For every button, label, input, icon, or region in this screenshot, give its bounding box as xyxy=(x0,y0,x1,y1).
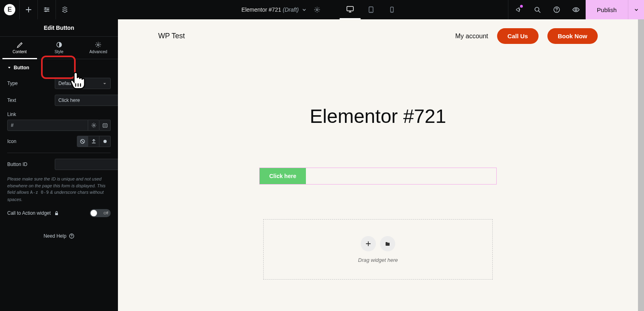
notification-dot xyxy=(520,5,523,8)
drop-zone-text: Drag widget here xyxy=(358,257,398,263)
site-settings-button[interactable] xyxy=(38,0,56,19)
editor-canvas[interactable]: WP Test My account Call Us Book Now Elem… xyxy=(118,19,638,311)
button-id-help: Please make sure the ID is unique and no… xyxy=(7,176,111,203)
section-button-label: Button xyxy=(14,65,29,70)
tab-advanced[interactable]: Advanced xyxy=(78,37,118,59)
add-element-button[interactable] xyxy=(20,0,37,19)
site-nav: My account Call Us Book Now xyxy=(455,28,598,44)
label-icon: Icon xyxy=(7,139,55,144)
toggle-knob xyxy=(91,210,97,216)
svg-point-14 xyxy=(97,44,99,46)
add-section-button[interactable] xyxy=(361,236,376,251)
button-widget-selected[interactable]: Click here xyxy=(259,168,497,185)
svg-point-12 xyxy=(575,9,577,11)
svg-point-6 xyxy=(371,11,372,12)
tablet-view-button[interactable] xyxy=(361,0,382,19)
publish-button[interactable]: Publish xyxy=(586,0,628,19)
label-type: Type xyxy=(7,81,55,86)
link-dynamic-button[interactable] xyxy=(99,120,111,131)
hero-title: Elementor #721 xyxy=(118,105,638,127)
label-button-id: Button ID xyxy=(7,162,55,167)
site-header: WP Test My account Call Us Book Now xyxy=(118,19,638,53)
nav-my-account[interactable]: My account xyxy=(455,33,488,40)
svg-point-1 xyxy=(47,9,49,10)
chevron-down-icon[interactable] xyxy=(302,7,307,12)
svg-point-11 xyxy=(556,11,557,12)
editor-sidebar: Edit Button Content Style Advanced Butto… xyxy=(0,19,118,311)
cta-toggle[interactable]: Off xyxy=(90,209,111,217)
svg-point-3 xyxy=(316,9,318,10)
svg-point-19 xyxy=(103,140,107,143)
site-name: WP Test xyxy=(158,32,185,40)
button-widget-preview[interactable]: Click here xyxy=(260,168,306,184)
canvas-wrap: WP Test My account Call Us Book Now Elem… xyxy=(118,19,644,311)
svg-rect-4 xyxy=(347,6,353,11)
desktop-view-button[interactable] xyxy=(340,0,361,19)
label-link: Link xyxy=(7,112,111,117)
help-button[interactable] xyxy=(547,0,566,19)
svg-point-8 xyxy=(392,11,392,12)
mobile-view-button[interactable] xyxy=(382,0,402,19)
topbar-center: Elementor #721 (Draft) xyxy=(242,0,402,19)
drop-zone[interactable]: Drag widget here xyxy=(263,219,493,280)
button-id-input[interactable] xyxy=(55,159,122,170)
toggle-label: Off xyxy=(103,211,108,215)
controls: Type Default Text Link xyxy=(0,76,118,222)
svg-point-16 xyxy=(93,124,95,126)
label-text: Text xyxy=(7,97,55,103)
topbar: E Elementor #721 (Draft) xyxy=(0,0,644,19)
editor-tabs: Content Style Advanced xyxy=(0,37,118,59)
edit-widget-title: Edit Button xyxy=(0,19,118,37)
link-input[interactable] xyxy=(7,120,88,131)
svg-rect-21 xyxy=(55,213,58,215)
icon-none-button[interactable] xyxy=(77,136,88,147)
svg-point-2 xyxy=(45,10,47,12)
icon-choices xyxy=(77,136,111,147)
link-options-button[interactable] xyxy=(88,120,99,131)
topbar-left: E xyxy=(0,0,74,19)
elementor-logo-icon: E xyxy=(4,4,15,15)
topbar-right: Publish xyxy=(508,0,644,19)
template-library-button[interactable] xyxy=(380,236,395,251)
preview-button[interactable] xyxy=(566,0,586,19)
label-cta: Call to Action widget xyxy=(7,210,51,216)
tab-content-label: Content xyxy=(12,50,27,54)
need-help-link[interactable]: Need Help xyxy=(0,222,118,250)
tab-content[interactable]: Content xyxy=(0,37,39,59)
section-button-toggle[interactable]: Button xyxy=(0,59,118,76)
icon-upload-button[interactable] xyxy=(88,136,99,147)
finder-button[interactable] xyxy=(528,0,547,19)
lock-icon xyxy=(54,211,59,216)
structure-button[interactable] xyxy=(56,0,74,19)
svg-point-0 xyxy=(45,7,46,9)
tab-advanced-label: Advanced xyxy=(89,50,107,54)
page-settings-icon[interactable] xyxy=(314,6,320,13)
tab-style[interactable]: Style xyxy=(39,37,79,59)
nav-book-now-button[interactable]: Book Now xyxy=(547,28,598,44)
tab-style-label: Style xyxy=(54,50,63,54)
elementor-logo[interactable]: E xyxy=(0,0,19,19)
publish-dropdown[interactable] xyxy=(628,0,644,19)
document-title: Elementor #721 (Draft) xyxy=(242,6,299,13)
svg-rect-17 xyxy=(103,124,107,127)
svg-point-23 xyxy=(71,237,72,237)
notifications-button[interactable] xyxy=(508,0,528,19)
text-input[interactable] xyxy=(55,95,122,106)
icon-library-button[interactable] xyxy=(99,136,111,147)
nav-call-us-button[interactable]: Call Us xyxy=(497,28,539,44)
canvas-scrollbar[interactable] xyxy=(638,19,644,311)
responsive-switcher xyxy=(340,0,402,19)
type-select[interactable]: Default xyxy=(55,78,111,89)
